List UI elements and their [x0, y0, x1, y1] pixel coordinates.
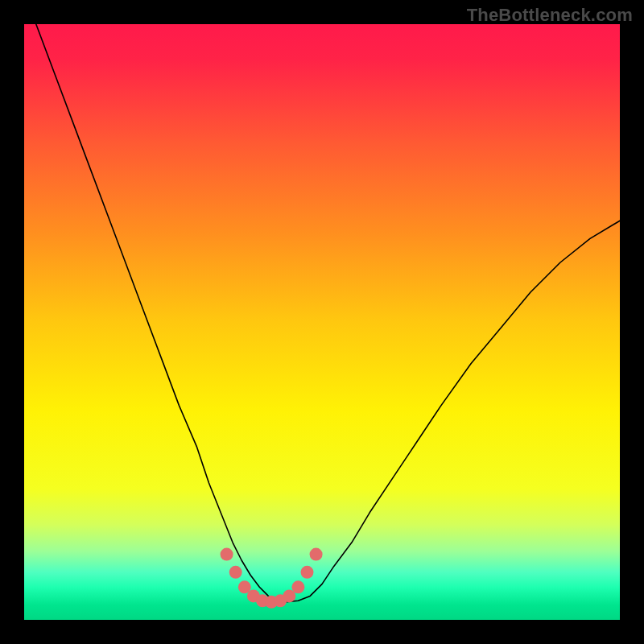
highlight-dot: [291, 580, 304, 593]
highlight-dot: [229, 566, 242, 579]
watermark-text: TheBottleneck.com: [467, 5, 633, 26]
chart-svg: [24, 24, 620, 620]
gradient-background: [24, 24, 620, 620]
chart-frame: TheBottleneck.com: [0, 0, 644, 644]
highlight-dot: [221, 548, 233, 561]
plot-area: [24, 24, 620, 620]
highlight-dot: [310, 548, 323, 561]
highlight-dot: [301, 566, 314, 579]
